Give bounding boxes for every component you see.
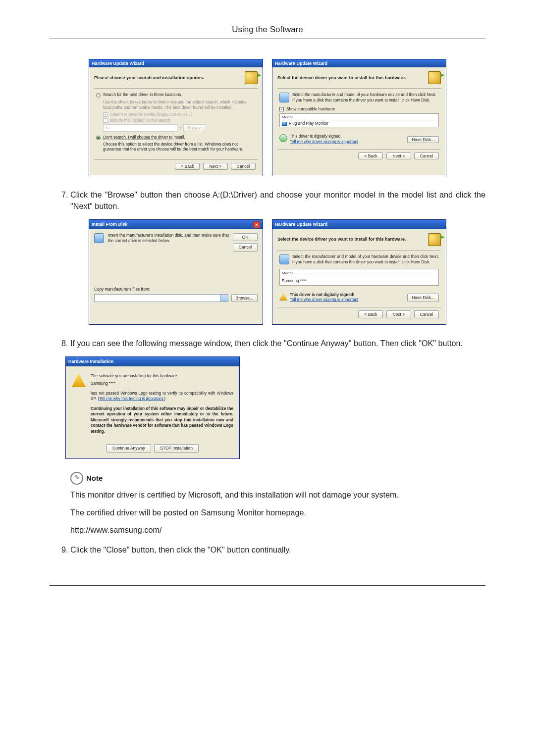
signing-link[interactable]: Tell me why driver signing is important xyxy=(290,140,358,145)
warning-icon xyxy=(72,373,86,387)
line2: has not passed Windows Logo testing to v… xyxy=(91,391,233,402)
continue-anyway-button[interactable]: Continue Anyway xyxy=(107,444,151,452)
unsigned-text: This driver is not digitally signed! xyxy=(290,293,358,298)
step-list: Click the "Browse" button then choose A:… xyxy=(50,189,485,555)
heading: Select the device driver you want to ins… xyxy=(277,236,424,243)
dialog-hardware-installation: Hardware Installation The software you a… xyxy=(65,356,240,459)
wizard-icon xyxy=(245,71,258,84)
page-title: Using the Software xyxy=(50,25,485,39)
back-button[interactable]: < Back xyxy=(358,152,383,159)
signed-text: This driver is digitally signed. xyxy=(290,134,358,140)
cancel-button[interactable]: Cancel xyxy=(414,152,439,159)
disk-icon xyxy=(94,233,104,243)
model-header: Model xyxy=(282,115,436,120)
have-disk-button[interactable]: Have Disk... xyxy=(407,294,439,302)
copy-from-label: Copy manufacturer's files from: xyxy=(94,287,258,293)
page: Using the Software Hardware Update Wizar… xyxy=(0,0,535,625)
step-9: Click the "Close" button, then click the… xyxy=(70,544,485,555)
step-7: Click the "Browse" button then choose A:… xyxy=(70,189,485,325)
path-dropdown[interactable] xyxy=(94,294,228,302)
search-best-desc: Use the check boxes below to limit or ex… xyxy=(103,100,256,110)
titlebar: × Install From Disk xyxy=(89,220,263,229)
checkbox-removable-media[interactable] xyxy=(103,112,107,117)
model-header: Model xyxy=(282,270,436,277)
dont-search-desc: Choose this option to select the device … xyxy=(103,142,256,152)
screenshot-row-3: Hardware Installation The software you a… xyxy=(65,356,485,459)
stop-installation-button[interactable]: STOP Installation xyxy=(154,444,199,452)
instruction-text: Select the manufacturer and model of you… xyxy=(292,93,439,103)
disk-icon xyxy=(279,93,289,102)
wizard-icon xyxy=(428,233,441,246)
radio-dont-search-label: Don't search. I will choose the driver t… xyxy=(103,135,185,140)
next-button[interactable]: Next > xyxy=(203,163,228,170)
back-button[interactable]: < Back xyxy=(175,163,200,170)
model-item-label: Samsung **** xyxy=(282,278,307,284)
checkbox-show-compat[interactable] xyxy=(279,107,284,111)
instruction-text: Select the manufacturer and model of you… xyxy=(292,254,439,265)
model-list[interactable]: Model Samsung **** xyxy=(279,269,439,285)
testing-link[interactable]: Tell me why this testing is important. xyxy=(99,397,164,401)
checkbox-location[interactable] xyxy=(103,118,107,123)
titlebar: Hardware Installation xyxy=(66,357,239,366)
samsung-url[interactable]: http://www.samsung.com/ xyxy=(70,524,485,536)
signed-icon xyxy=(279,134,287,142)
warning-icon xyxy=(279,293,287,301)
warning-message: Continuing your installation of this sof… xyxy=(91,406,233,434)
titlebar: Hardware Update Wizard xyxy=(89,59,263,67)
checkbox-show-compat-label: Show compatible hardware xyxy=(286,107,335,111)
dialog-search-options: Hardware Update Wizard Please choose you… xyxy=(89,59,263,176)
next-button[interactable]: Next > xyxy=(386,152,411,159)
checkbox-location-label: Include this location in the search: xyxy=(110,118,171,123)
cancel-button[interactable]: Cancel xyxy=(414,310,439,318)
ok-button[interactable]: OK xyxy=(233,233,258,241)
screenshot-row-2: × Install From Disk Insert the manufactu… xyxy=(50,219,485,325)
radio-search-best[interactable] xyxy=(96,93,101,98)
cancel-button[interactable]: Cancel xyxy=(231,163,256,170)
model-list[interactable]: Model Plug and Play Monitor xyxy=(279,113,439,127)
path-input[interactable]: A:\ xyxy=(103,124,177,132)
disk-icon xyxy=(279,254,289,264)
heading: Select the device driver you want to ins… xyxy=(277,75,424,80)
checkbox-removable-media-label: Search removable media (floppy, CD-ROM..… xyxy=(110,112,192,117)
browse-button[interactable]: Browse... xyxy=(231,294,258,302)
signing-link[interactable]: Tell me why driver signing is important xyxy=(290,298,358,303)
step-8: If you can see the following message win… xyxy=(70,338,485,536)
note-paragraph-2: The certified driver will be posted on S… xyxy=(70,506,485,518)
radio-search-best-label: Search for the best driver in these loca… xyxy=(103,93,182,97)
titlebar: Hardware Update Wizard xyxy=(272,220,446,229)
dialog-install-from-disk: × Install From Disk Insert the manufactu… xyxy=(89,219,263,325)
screenshot-row-1: Hardware Update Wizard Please choose you… xyxy=(50,59,485,176)
model-item-label: Plug and Play Monitor xyxy=(289,121,328,126)
cancel-button[interactable]: Cancel xyxy=(233,243,258,251)
note-block: ✎ Note xyxy=(70,472,485,485)
note-icon: ✎ xyxy=(70,472,83,485)
titlebar: Hardware Update Wizard xyxy=(272,59,446,67)
footer-divider xyxy=(50,585,485,586)
close-icon[interactable]: × xyxy=(253,221,260,228)
have-disk-button[interactable]: Have Disk... xyxy=(407,136,439,143)
note-label: Note xyxy=(86,473,103,484)
next-button[interactable]: Next > xyxy=(386,310,411,318)
wizard-icon xyxy=(428,71,441,84)
heading: Please choose your search and installati… xyxy=(94,75,241,80)
dialog-select-driver-unsigned: Hardware Update Wizard Select the device… xyxy=(272,219,446,325)
browse-button-disabled: Browse xyxy=(183,124,206,132)
dialog-select-driver-signed: Hardware Update Wizard Select the device… xyxy=(272,59,446,176)
monitor-icon xyxy=(282,122,287,126)
note-paragraph-1: This monitor driver is certified by Micr… xyxy=(70,489,485,501)
back-button[interactable]: < Back xyxy=(358,310,383,318)
device-name: Samsung **** xyxy=(91,381,233,386)
message-text: Insert the manufacturer's installation d… xyxy=(108,233,229,252)
line1: The software you are installing for this… xyxy=(91,373,233,379)
radio-dont-search[interactable] xyxy=(96,136,101,140)
